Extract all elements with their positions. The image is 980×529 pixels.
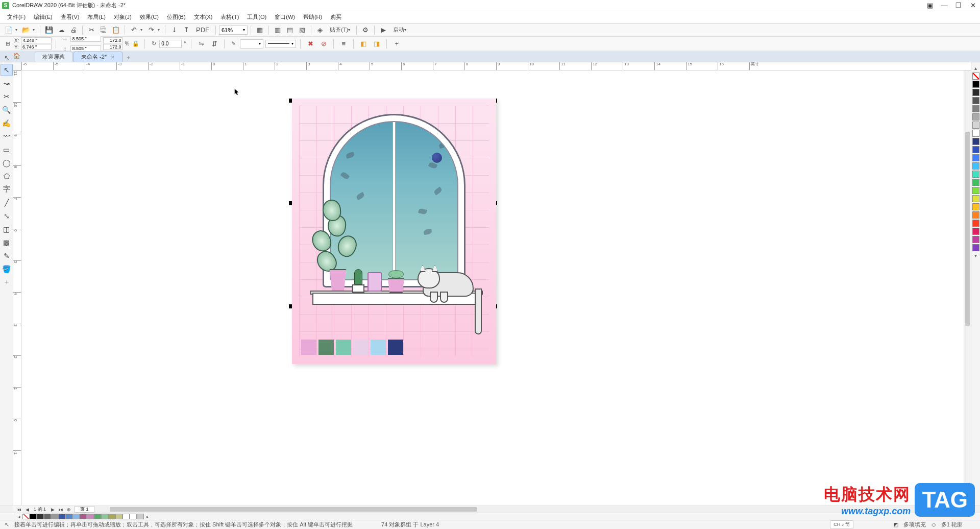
menu-help[interactable]: 帮助(H) [299, 12, 326, 22]
tab-document[interactable]: 未命名 -2*✕ [74, 52, 122, 62]
menu-layout[interactable]: 布局(L) [83, 12, 109, 22]
color-swatch[interactable] [972, 228, 979, 235]
crop-tool[interactable]: ✂ [1, 90, 13, 103]
redo-button[interactable]: ↷ [145, 25, 157, 36]
minimize-button[interactable]: — [939, 2, 949, 10]
color-swatch[interactable] [37, 514, 44, 519]
color-swatch[interactable] [972, 105, 979, 112]
plus-button[interactable]: + [391, 38, 402, 50]
ime-indicator[interactable]: CH ♪ 简 [830, 520, 853, 529]
color-swatch[interactable] [972, 171, 979, 178]
polygon-tool[interactable]: ⬠ [1, 170, 13, 182]
color-swatch[interactable] [972, 146, 979, 153]
color-swatch[interactable] [972, 97, 979, 104]
color-swatch[interactable] [972, 122, 979, 129]
undo-dropdown[interactable]: ▾ [140, 28, 144, 32]
save-button[interactable]: 💾 [43, 25, 55, 36]
home-icon[interactable]: 🏠 [13, 53, 21, 61]
snap-icon[interactable]: ◈ [314, 25, 326, 36]
color-swatch[interactable] [130, 514, 137, 519]
menu-window[interactable]: 窗口(W) [271, 12, 299, 22]
menu-table[interactable]: 表格(T) [216, 12, 243, 22]
pick-tool[interactable]: ↖ [1, 64, 13, 76]
page-add-button[interactable]: ⊕ [65, 507, 72, 513]
color-swatch[interactable] [972, 130, 979, 137]
color-swatch[interactable] [30, 514, 37, 519]
menu-file[interactable]: 文件(F) [3, 12, 30, 22]
guides-icon[interactable]: ▥ [272, 25, 283, 36]
menu-buy[interactable]: 购买 [326, 12, 346, 22]
powerclip-icon[interactable]: ⊘ [318, 38, 329, 50]
lock-ratio-icon[interactable]: 🔒 [131, 39, 140, 49]
zoom-combo[interactable]: 61%▾ [219, 26, 248, 35]
menu-edit[interactable]: 编辑(E) [30, 12, 57, 22]
page-prev-button[interactable]: ◀ [23, 507, 31, 513]
cloud-icon[interactable]: ▣ [925, 2, 935, 10]
maximize-button[interactable]: ❐ [953, 2, 964, 10]
color-swatch[interactable] [972, 162, 979, 170]
page-first-button[interactable]: ⏮ [15, 507, 22, 513]
pdf-button[interactable]: PDF [193, 25, 212, 36]
fill-status-icon[interactable]: ◩ [892, 521, 899, 528]
menu-object[interactable]: 对象(J) [110, 12, 136, 22]
page-next-button[interactable]: ▶ [49, 507, 56, 513]
import-button[interactable]: ⤓ [168, 25, 180, 36]
color-swatch[interactable] [115, 514, 122, 519]
color-swatch[interactable] [137, 514, 144, 519]
color-swatch[interactable] [22, 514, 30, 519]
palette-left-arrow[interactable]: ◂ [15, 514, 22, 519]
color-swatch[interactable] [51, 514, 58, 519]
zoom-tool[interactable]: 🔍 [1, 104, 13, 116]
color-swatch[interactable] [972, 154, 979, 161]
parallel-dim-tool[interactable]: ╱ [1, 197, 13, 209]
snap-button[interactable]: 贴齐(T) ▾ [327, 25, 353, 36]
align-icon[interactable]: ≡ [338, 38, 349, 50]
new-button[interactable]: 📄 [3, 25, 14, 36]
redo-dropdown[interactable]: ▾ [158, 28, 162, 32]
color-swatch[interactable] [94, 514, 101, 519]
color-swatch[interactable] [972, 236, 979, 243]
scrollbar-vertical[interactable] [964, 70, 971, 506]
color-swatch[interactable] [122, 514, 130, 519]
launch-button[interactable]: 启动 ▾ [390, 25, 409, 36]
mirror-v-icon[interactable]: ⇵ [209, 38, 220, 50]
artwork-group[interactable] [292, 99, 496, 364]
color-swatch[interactable] [87, 514, 94, 519]
scrollbar-v-thumb[interactable] [965, 132, 970, 326]
canvas[interactable]: ✕ △ 中点 [21, 70, 971, 506]
mirror-h-icon[interactable]: ⇋ [195, 38, 207, 50]
tab-welcome[interactable]: 欢迎屏幕 [35, 52, 72, 62]
color-swatch[interactable] [972, 81, 979, 88]
grid-icon[interactable]: ▤ [284, 25, 296, 36]
launch-icon[interactable]: ▶ [378, 25, 389, 36]
drop-shadow-tool[interactable]: ◫ [1, 223, 13, 235]
color-swatch[interactable] [972, 73, 979, 80]
export-button[interactable]: ⤒ [181, 25, 192, 36]
menu-text[interactable]: 文本(X) [190, 12, 217, 22]
shape-tool[interactable]: ↝ [1, 77, 13, 89]
scrollbar-horizontal[interactable] [94, 506, 971, 513]
rulers-icon[interactable]: ▧ [297, 25, 308, 36]
fill-tool[interactable]: 🪣 [1, 263, 13, 275]
pick-tool-corner-icon[interactable]: ↖ [1, 52, 12, 63]
color-swatch[interactable] [72, 514, 80, 519]
open-button[interactable]: 📂 [20, 25, 32, 36]
ellipse-tool[interactable]: ◯ [1, 157, 13, 169]
outline-status-icon[interactable]: ◇ [930, 521, 937, 528]
line-style-combo[interactable]: ▾ [265, 40, 296, 48]
x-input[interactable] [21, 37, 52, 43]
close-button[interactable]: ✕ [968, 2, 978, 10]
color-swatch[interactable] [972, 138, 979, 145]
eyedropper-tool[interactable]: ✎ [1, 250, 13, 262]
color-swatch[interactable] [972, 179, 979, 186]
rectangle-tool[interactable]: ▭ [1, 143, 13, 156]
color-swatch[interactable] [65, 514, 72, 519]
freehand-tool[interactable]: ✍ [1, 117, 13, 129]
scrollbar-h-thumb[interactable] [110, 507, 477, 512]
page-last-button[interactable]: ⏭ [57, 507, 64, 513]
color-swatch[interactable] [972, 89, 979, 96]
width-input[interactable] [70, 36, 101, 42]
color-swatch[interactable] [108, 514, 115, 519]
ruler-horizontal[interactable]: -6-5-4-3-2-1012345678910111213141516英寸 [21, 62, 971, 70]
color-swatch[interactable] [972, 203, 979, 210]
